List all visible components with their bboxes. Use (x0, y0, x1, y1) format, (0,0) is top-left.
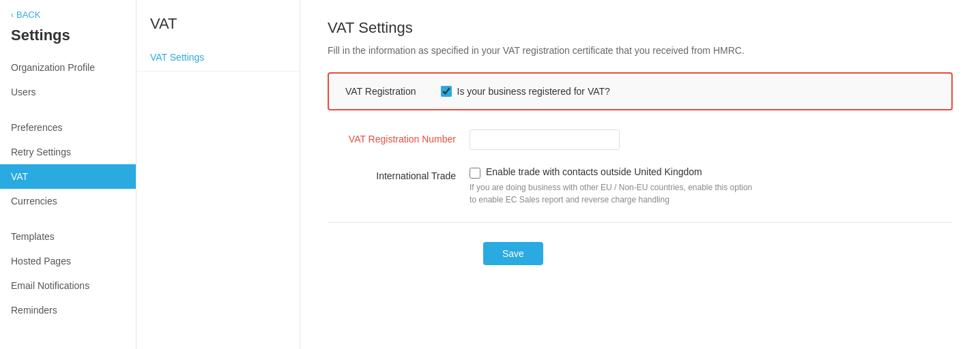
sidebar-item-reminders[interactable]: Reminders (0, 298, 136, 322)
international-check-row: Enable trade with contacts outside Unite… (470, 166, 947, 179)
sidebar-item-vat[interactable]: VAT (0, 164, 136, 189)
save-button[interactable]: Save (483, 242, 543, 265)
international-trade-checkbox-label: Enable trade with contacts outside Unite… (486, 166, 702, 177)
sidebar-item-users[interactable]: Users (0, 80, 136, 104)
sidebar-item-currencies[interactable]: Currencies (0, 189, 136, 213)
international-trade-description: If you are doing business with other EU … (470, 181, 756, 206)
main-content: VAT Settings Fill in the information as … (300, 0, 980, 349)
vat-registration-box: VAT Registration Is your business regist… (328, 72, 953, 110)
vat-number-control (470, 130, 947, 150)
vat-number-row: VAT Registration Number (328, 130, 953, 150)
save-row: Save (328, 242, 953, 265)
vat-registration-label: VAT Registration (345, 86, 416, 97)
mid-panel: VAT VAT Settings (136, 0, 300, 349)
international-trade-label: International Trade (333, 166, 470, 181)
back-label: BACK (16, 10, 40, 20)
sidebar-item-organization-profile[interactable]: Organization Profile (0, 55, 136, 80)
international-trade-row: International Trade Enable trade with co… (328, 166, 953, 206)
vat-registration-check-area: Is your business registered for VAT? (441, 86, 610, 97)
vat-registered-checkbox[interactable] (441, 86, 452, 97)
vat-registered-checkbox-label: Is your business registered for VAT? (457, 86, 610, 97)
sidebar-item-preferences[interactable]: Preferences (0, 115, 136, 140)
mid-panel-item-vat-settings[interactable]: VAT Settings (136, 44, 300, 72)
sidebar-item-hosted-pages[interactable]: Hosted Pages (0, 249, 136, 273)
international-trade-control: Enable trade with contacts outside Unite… (470, 166, 947, 206)
sidebar-item-email-notifications[interactable]: Email Notifications (0, 273, 136, 298)
vat-number-input[interactable] (470, 130, 620, 150)
back-arrow-icon: ‹ (11, 10, 14, 20)
sidebar-item-retry-settings[interactable]: Retry Settings (0, 140, 136, 164)
sidebar: ‹ BACK Settings Organization Profile Use… (0, 0, 136, 349)
back-button[interactable]: ‹ BACK (0, 0, 136, 27)
international-trade-checkbox[interactable] (470, 168, 480, 179)
page-title: VAT Settings (328, 19, 953, 37)
sidebar-nav: Organization Profile Users Preferences R… (0, 55, 136, 322)
mid-panel-title: VAT (136, 0, 300, 44)
page-description: Fill in the information as specified in … (328, 45, 953, 56)
section-divider (328, 222, 953, 223)
vat-number-label: VAT Registration Number (333, 130, 470, 145)
sidebar-title: Settings (0, 27, 136, 55)
sidebar-item-templates[interactable]: Templates (0, 224, 136, 249)
